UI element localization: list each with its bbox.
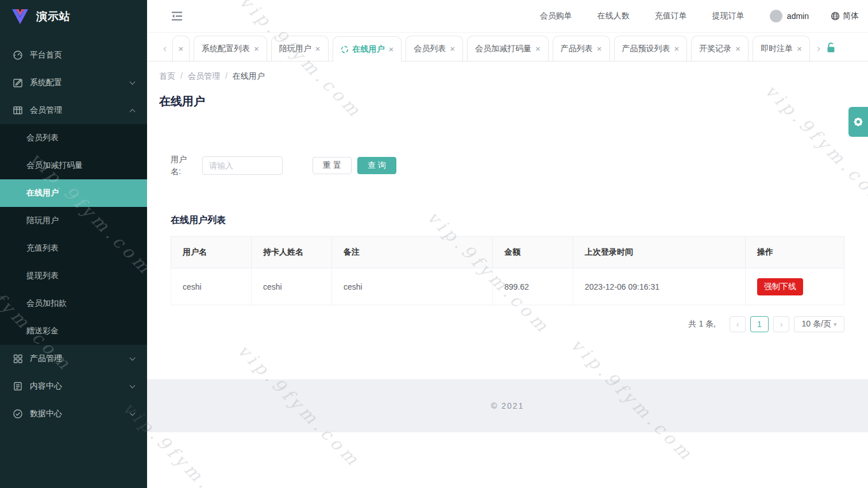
table-header-row: 用户名 持卡人姓名 备注 金额 上次登录时间 操作 — [171, 237, 844, 268]
sidebar-item-system-config[interactable]: 系统配置 — [0, 69, 147, 97]
unlock-icon[interactable] — [826, 42, 836, 53]
tab-lottery-records[interactable]: 开奖记录 × — [691, 36, 749, 61]
col-username: 用户名 — [171, 237, 252, 268]
close-icon[interactable]: × — [797, 44, 802, 53]
reset-button[interactable]: 重 置 — [313, 157, 352, 174]
chevron-up-icon — [130, 109, 136, 114]
breadcrumb-member-management[interactable]: 会员管理 — [188, 71, 220, 82]
tab-betting-adjust[interactable]: 会员加减打码量 × — [467, 36, 549, 61]
sidebar-item-label: 产品管理 — [30, 353, 130, 364]
page-footer: © 2021 — [147, 379, 868, 432]
username[interactable]: admin — [787, 11, 809, 21]
sidebar-subitem-member-list[interactable]: 会员列表 — [0, 124, 147, 152]
table-icon — [13, 105, 23, 116]
page-next-button[interactable]: › — [773, 316, 789, 332]
content-panel: 首页 / 会员管理 / 在线用户 在线用户 用户名: 重 置 查 询 在线用户列… — [147, 62, 868, 379]
sidebar-subitem-withdraw-list[interactable]: 提现列表 — [0, 262, 147, 290]
topbar-link-online-count[interactable]: 在线人数 — [597, 11, 630, 21]
cell-last-login: 2023-12-06 09:16:31 — [573, 268, 746, 305]
sidebar-submenu-member: 会员列表 会员加减打码量 在线用户 陪玩用户 充值列表 提现列表 会员加扣款 赠… — [0, 124, 147, 345]
tab-label: 产品预设列表 — [622, 44, 670, 54]
sidebar-subitem-recharge-list[interactable]: 充值列表 — [0, 235, 147, 262]
tab-label: 即时注单 — [761, 44, 793, 54]
tabs-scroll-left-icon[interactable]: ‹ — [161, 43, 169, 55]
tabbar: ‹ × 系统配置列表 × 陪玩用户 × 在线用户 × 会员列表 × 会员加减打码… — [147, 33, 868, 62]
close-icon[interactable]: × — [535, 44, 541, 53]
document-icon — [13, 381, 23, 391]
topbar-link-recharge-orders[interactable]: 充值订单 — [655, 11, 687, 21]
force-offline-button[interactable]: 强制下线 — [757, 278, 803, 295]
close-icon[interactable]: × — [450, 44, 455, 53]
table-row: ceshi ceshi ceshi 899.62 2023-12-06 09:1… — [171, 268, 844, 305]
chevron-down-icon — [130, 383, 136, 389]
filter-form: 用户名: 重 置 查 询 — [171, 153, 868, 178]
sidebar-item-product-management[interactable]: 产品管理 — [0, 345, 147, 372]
edit-icon — [13, 78, 23, 88]
tab-clipped[interactable]: × — [172, 36, 190, 61]
sidebar-subitem-betting-adjust[interactable]: 会员加减打码量 — [0, 152, 147, 179]
breadcrumb-separator: / — [180, 71, 183, 82]
pagination-total: 共 1 条, — [689, 319, 716, 329]
cell-username: ceshi — [171, 268, 252, 305]
topbar-link-member-orders[interactable]: 会员购单 — [540, 11, 572, 21]
sidebar-item-member-management[interactable]: 会员管理 — [0, 97, 147, 124]
close-icon[interactable]: × — [674, 44, 680, 53]
app-logo-icon — [11, 9, 29, 25]
page-number-button[interactable]: 1 — [750, 316, 769, 332]
tab-label: 在线用户 — [353, 44, 385, 55]
tab-instant-bets[interactable]: 即时注单 × — [753, 36, 810, 61]
tab-label: 开奖记录 — [699, 44, 731, 54]
chevron-down-icon — [130, 410, 136, 416]
tab-system-config-list[interactable]: 系统配置列表 × — [194, 36, 267, 61]
online-users-table: 用户名 持卡人姓名 备注 金额 上次登录时间 操作 ceshi ceshi ce… — [171, 236, 844, 305]
sidebar-item-label: 平台首页 — [30, 50, 134, 60]
sidebar-subitem-member-adjust-funds[interactable]: 会员加扣款 — [0, 290, 147, 317]
tab-online-users[interactable]: 在线用户 × — [333, 36, 402, 62]
language-switcher[interactable]: 简体 — [831, 11, 859, 21]
caret-down-icon: ▾ — [834, 321, 837, 328]
topbar: 会员购单 在线人数 充值订单 提现订单 admin 简体 — [147, 0, 868, 33]
grid-icon — [13, 353, 23, 364]
refresh-icon[interactable] — [341, 45, 349, 53]
main-area: 首页 / 会员管理 / 在线用户 在线用户 用户名: 重 置 查 询 在线用户列… — [147, 62, 868, 488]
sidebar-item-label: 数据中心 — [30, 409, 130, 419]
sidebar-menu: 平台首页 系统配置 会员管理 会员列表 会员加减打码量 在线用户 — [0, 33, 147, 428]
tab-product-list[interactable]: 产品列表 × — [553, 36, 610, 61]
page-size-value: 10 条/页 — [802, 319, 831, 329]
tab-play-users[interactable]: 陪玩用户 × — [271, 36, 329, 61]
search-button[interactable]: 查 询 — [357, 157, 396, 174]
tabs-scroll-right-icon[interactable]: › — [815, 43, 823, 55]
close-icon[interactable]: × — [389, 45, 394, 53]
breadcrumb-home[interactable]: 首页 — [159, 71, 175, 82]
tab-label: 系统配置列表 — [202, 44, 250, 54]
sidebar-item-platform-home[interactable]: 平台首页 — [0, 41, 147, 69]
copyright-text: © 2021 — [491, 401, 524, 410]
avatar[interactable] — [770, 10, 782, 22]
cell-cardholder: ceshi — [252, 268, 332, 305]
page-prev-button[interactable]: ‹ — [730, 316, 746, 332]
sidebar-subitem-play-users[interactable]: 陪玩用户 — [0, 207, 147, 235]
check-circle-icon — [13, 409, 23, 419]
sidebar-subitem-gift-bonus[interactable]: 赠送彩金 — [0, 317, 147, 345]
logo: 演示站 — [0, 0, 147, 33]
tab-label: 会员列表 — [414, 44, 446, 54]
tab-label: 会员加减打码量 — [475, 44, 531, 54]
sidebar: 演示站 平台首页 系统配置 — [0, 0, 147, 488]
sidebar-subitem-online-users[interactable]: 在线用户 — [0, 179, 147, 207]
username-filter-input[interactable] — [202, 156, 283, 175]
settings-drawer-button[interactable] — [848, 107, 868, 137]
sidebar-collapse-icon[interactable] — [171, 11, 183, 21]
close-icon[interactable]: × — [735, 44, 740, 53]
sidebar-item-data-center[interactable]: 数据中心 — [0, 400, 147, 428]
close-icon[interactable]: × — [597, 44, 602, 53]
col-last-login: 上次登录时间 — [573, 237, 746, 268]
page-size-select[interactable]: 10 条/页 ▾ — [794, 316, 844, 332]
close-icon[interactable]: × — [254, 44, 259, 53]
sidebar-item-content-center[interactable]: 内容中心 — [0, 372, 147, 400]
close-icon[interactable]: × — [179, 44, 184, 53]
topbar-link-withdraw-orders[interactable]: 提现订单 — [712, 11, 744, 21]
tab-product-preset-list[interactable]: 产品预设列表 × — [614, 36, 688, 61]
tab-member-list[interactable]: 会员列表 × — [406, 36, 463, 61]
close-icon[interactable]: × — [315, 44, 321, 53]
breadcrumb-current: 在线用户 — [233, 71, 265, 82]
